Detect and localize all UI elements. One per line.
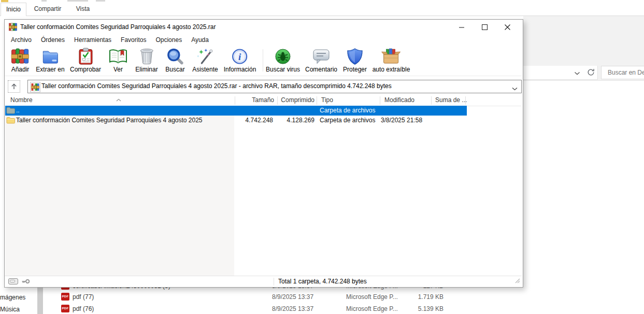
toolbar-button-asistente[interactable]: Asistente — [192, 47, 218, 73]
toolbar-label: Comentario — [305, 66, 337, 73]
toolbar-button-auto-extraible[interactable]: auto extraíble — [373, 47, 410, 73]
toolbar-label: Buscar — [165, 66, 184, 73]
maximize-button[interactable] — [473, 20, 496, 34]
file-date: 8/9/2025 13:37 — [272, 291, 313, 303]
row-name: Taller conformación Comites Seguridad Pa… — [16, 116, 203, 125]
menu-opciones[interactable]: Opciones — [151, 34, 187, 46]
toolbar-separator — [263, 49, 263, 72]
column-divider[interactable] — [431, 96, 432, 105]
tab-vista[interactable]: Vista — [71, 3, 94, 16]
menu-favoritos[interactable]: Favoritos — [116, 34, 151, 46]
nav-pane-scrollbar[interactable] — [37, 287, 43, 314]
svg-text:i: i — [238, 51, 241, 62]
list-row-parent-folder[interactable]: .. Carpeta de archivos — [5, 106, 467, 116]
file-row[interactable]: PDF pdf (77) 8/9/2025 13:37 Microsoft Ed… — [57, 291, 466, 303]
column-header-suma[interactable]: Suma de ... — [435, 95, 467, 105]
winrar-window: Taller conformación Comites Seguridad Pa… — [4, 19, 523, 288]
winrar-add-books-icon — [11, 47, 29, 65]
toolbar-label: Extraer en — [36, 66, 64, 73]
tab-inicio[interactable]: Inicio — [1, 3, 26, 16]
up-one-level-button[interactable] — [8, 80, 20, 93]
quick-access-icon-fragment — [96, 0, 105, 2]
search-input[interactable]: Buscar en Des — [601, 66, 644, 79]
info-circle-icon: i — [232, 47, 248, 65]
column-header-nombre[interactable]: Nombre — [10, 95, 33, 105]
sidebar-item-imagenes[interactable]: mágenes — [0, 294, 25, 301]
disk-drive-icon[interactable] — [8, 278, 18, 286]
toolbar-button-proteger[interactable]: Proteger — [343, 47, 367, 73]
column-header-row: Nombre Tamaño Comprimido Tipo Modificado… — [5, 95, 521, 106]
menu-archivo[interactable]: Archivo — [6, 34, 36, 46]
column-header-comprimido[interactable]: Comprimido — [274, 95, 314, 105]
column-divider[interactable] — [277, 96, 278, 105]
file-date: 8/9/2025 13:37 — [272, 303, 313, 314]
toolbar-label: Información — [224, 66, 256, 73]
row-name: .. — [16, 106, 20, 116]
toolbar-button-comprobar[interactable]: Comprobar — [70, 47, 101, 73]
column-divider[interactable] — [465, 96, 466, 105]
wizard-wand-icon — [196, 47, 214, 65]
combobox-chevron-icon[interactable] — [512, 85, 518, 92]
delete-trash-icon — [139, 47, 154, 65]
parent-folder-icon — [6, 107, 15, 116]
sfx-archive-box-icon — [381, 47, 401, 65]
rar-archive-icon — [30, 82, 40, 92]
row-modified: 3/8/2025 21:58 — [381, 116, 422, 125]
column-header-tamano[interactable]: Tamaño — [233, 95, 274, 105]
toolbar-label: Comprobar — [70, 66, 101, 73]
column-divider[interactable] — [317, 96, 317, 105]
row-compressed: 4.128.269 — [274, 116, 314, 125]
protect-shield-icon — [347, 47, 363, 65]
menu-ordenes[interactable]: Órdenes — [36, 34, 69, 46]
toolbar-label: Eliminar — [135, 66, 158, 73]
menu-ayuda[interactable]: Ayuda — [187, 34, 213, 46]
up-arrow-icon — [10, 83, 18, 90]
toolbar-button-informacion[interactable]: i Información — [224, 47, 256, 73]
menu-herramientas[interactable]: Herramientas — [69, 34, 116, 46]
toolbar-button-buscar-virus[interactable]: Buscar virus — [266, 47, 300, 73]
sidebar-item-musica[interactable]: Música — [0, 306, 20, 313]
sorted-column-tint — [5, 106, 234, 276]
sort-ascending-icon — [116, 96, 122, 103]
row-type: Carpeta de archivos — [320, 106, 375, 116]
folder-icon — [6, 117, 15, 125]
pdf-file-icon: PDF — [61, 293, 69, 301]
toolbar-button-anadir[interactable]: Añadir — [11, 47, 30, 73]
minimize-button[interactable] — [450, 20, 473, 34]
address-dropdown-chevron-icon[interactable] — [574, 69, 580, 77]
toolbar-label: Añadir — [11, 66, 30, 73]
toolbar-label: Ver — [113, 66, 123, 73]
column-header-modificado[interactable]: Modificado — [384, 95, 414, 105]
column-header-tipo[interactable]: Tipo — [321, 95, 333, 105]
toolbar-label: Proteger — [343, 66, 367, 73]
toolbar-label: Asistente — [192, 66, 218, 73]
resize-grip[interactable] — [515, 278, 520, 285]
file-row[interactable]: PDF pdf (76) 8/9/2025 13:37 Microsoft Ed… — [57, 303, 466, 314]
extract-folder-icon — [41, 47, 59, 65]
column-divider[interactable] — [380, 96, 380, 105]
quick-access-icon-fragment — [67, 0, 88, 2]
refresh-icon[interactable] — [587, 68, 595, 78]
tab-compartir[interactable]: Compartir — [31, 3, 64, 16]
toolbar-button-eliminar[interactable]: Eliminar — [135, 47, 158, 73]
close-button[interactable] — [496, 20, 519, 34]
archive-address-combobox[interactable]: Taller conformación Comites Seguridad Pa… — [27, 80, 522, 93]
file-size: 1.719 KB — [381, 291, 443, 303]
row-type: Carpeta de archivos — [320, 116, 375, 125]
toolbar-button-buscar[interactable]: Buscar — [165, 47, 184, 73]
statusbar-divider — [274, 278, 274, 286]
toolbar-label: Buscar virus — [266, 66, 300, 73]
column-divider[interactable] — [235, 96, 235, 105]
list-row-folder[interactable]: Taller conformación Comites Seguridad Pa… — [5, 116, 521, 125]
toolbar-button-ver[interactable]: Ver — [109, 47, 127, 73]
menubar: Archivo Órdenes Herramientas Favoritos O… — [6, 34, 213, 46]
address-bar-underline — [523, 80, 644, 81]
toolbar-label: auto extraíble — [373, 66, 410, 73]
view-book-icon — [109, 47, 127, 65]
winrar-titlebar[interactable]: Taller conformación Comites Seguridad Pa… — [5, 20, 523, 34]
key-icon[interactable] — [21, 278, 30, 286]
window-title: Taller conformación Comites Seguridad Pa… — [20, 20, 216, 34]
toolbar-button-comentario[interactable]: Comentario — [305, 47, 337, 73]
pdf-file-icon: PDF — [61, 305, 69, 312]
toolbar-button-extraer[interactable]: Extraer en — [36, 47, 64, 73]
